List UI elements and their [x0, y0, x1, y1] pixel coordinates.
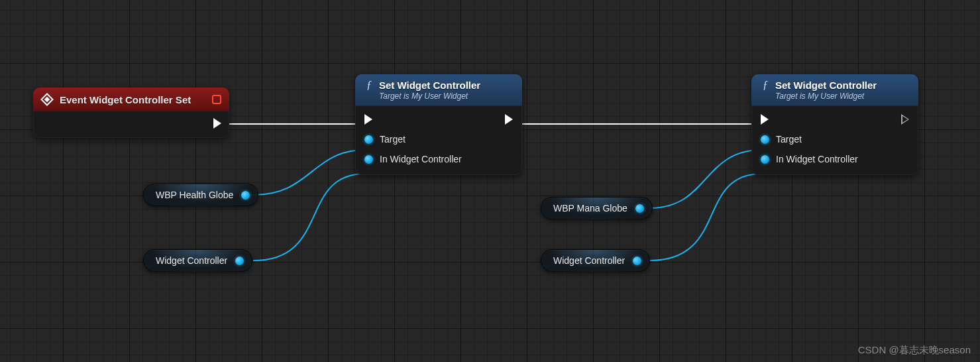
func-node-header[interactable]: ƒ Set Widget Controller Target is My Use… — [355, 74, 522, 106]
event-node[interactable]: Event Widget Controller Set — [33, 88, 229, 138]
function-f-icon: ƒ — [364, 79, 374, 91]
object-in-pin[interactable] — [761, 155, 769, 164]
object-in-pin[interactable] — [364, 155, 373, 164]
var-pill-widget-controller-2[interactable]: Widget Controller — [541, 249, 650, 272]
exec-in-pin[interactable] — [364, 114, 372, 125]
object-wire — [253, 150, 366, 195]
var-label: Widget Controller — [553, 255, 625, 266]
exec-out-pin[interactable] — [505, 114, 513, 125]
func-node-title: Set Widget Controller — [775, 80, 877, 91]
func-node-title: Set Widget Controller — [379, 80, 480, 91]
pin-label-target: Target — [380, 134, 406, 145]
object-out-pin[interactable] — [633, 257, 641, 265]
var-label: Widget Controller — [156, 255, 227, 266]
wire-layer — [0, 0, 980, 362]
exec-out-pin[interactable] — [213, 118, 221, 129]
exec-row — [761, 114, 909, 125]
function-f-icon: ƒ — [761, 79, 770, 91]
event-node-header[interactable]: Event Widget Controller Set — [33, 88, 229, 111]
watermark: CSDN @暮志未晚season — [858, 344, 971, 357]
func-node-subtitle: Target is My User Widget — [379, 91, 513, 101]
target-row: Target — [364, 134, 513, 145]
object-wire — [253, 174, 366, 261]
func-node-body: Target In Widget Controller — [355, 106, 522, 175]
var-pill-wbp-mana-globe[interactable]: WBP Mana Globe — [541, 197, 653, 219]
pin-label-in-widget-controller: In Widget Controller — [776, 154, 858, 164]
exec-in-pin[interactable] — [761, 114, 769, 125]
func-node-body: Target In Widget Controller — [751, 106, 918, 175]
var-pill-widget-controller-1[interactable]: Widget Controller — [143, 249, 252, 272]
func-node-subtitle: Target is My User Widget — [775, 91, 909, 101]
pin-label-in-widget-controller: In Widget Controller — [380, 154, 462, 164]
object-out-pin[interactable] — [635, 204, 644, 213]
stop-box-icon — [212, 95, 221, 104]
object-in-pin[interactable] — [364, 135, 373, 144]
func-node-header[interactable]: ƒ Set Widget Controller Target is My Use… — [751, 74, 918, 106]
exec-out-pin[interactable] — [901, 114, 909, 125]
object-out-pin[interactable] — [235, 257, 244, 265]
target-row: Target — [761, 134, 909, 145]
object-in-pin[interactable] — [761, 135, 769, 144]
object-wire — [649, 150, 762, 208]
var-label: WBP Health Globe — [156, 190, 233, 200]
func-node-set-widget-controller-1[interactable]: ƒ Set Widget Controller Target is My Use… — [355, 74, 522, 175]
event-node-title: Event Widget Controller Set — [60, 94, 205, 105]
in-widget-controller-row: In Widget Controller — [761, 154, 909, 164]
exec-row — [364, 114, 513, 125]
object-wire — [649, 174, 762, 261]
event-diamond-icon — [41, 93, 53, 105]
func-node-set-widget-controller-2[interactable]: ƒ Set Widget Controller Target is My Use… — [751, 74, 918, 175]
var-label: WBP Mana Globe — [553, 203, 627, 213]
pin-label-target: Target — [776, 134, 802, 145]
object-out-pin[interactable] — [241, 191, 250, 200]
in-widget-controller-row: In Widget Controller — [364, 154, 513, 164]
var-pill-wbp-health-globe[interactable]: WBP Health Globe — [143, 184, 258, 206]
event-node-body — [33, 111, 229, 138]
